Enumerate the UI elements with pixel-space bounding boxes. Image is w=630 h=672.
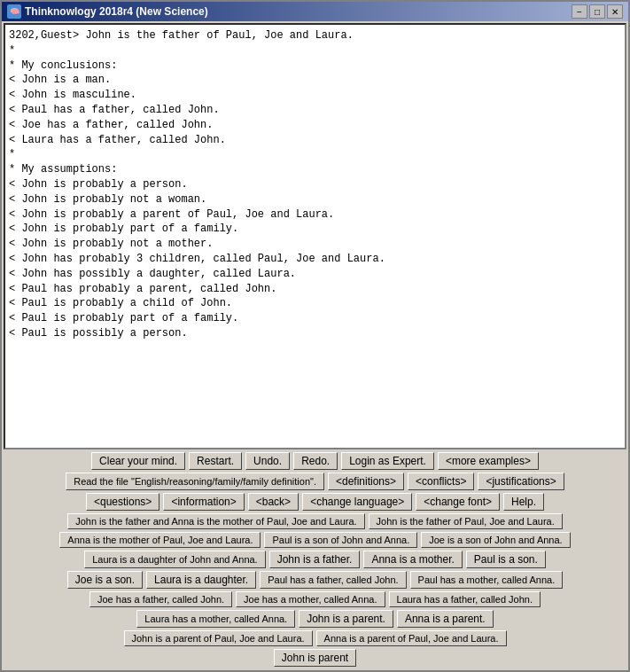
- questions-button[interactable]: <questions>: [86, 493, 159, 511]
- anna-parent-paul-joe-laura-button[interactable]: Anna is a parent of Paul, Joe and Laura.: [316, 630, 507, 646]
- btn-row-5: Anna is the mother of Paul, Joe and Laur…: [4, 532, 626, 548]
- restart-button[interactable]: Restart.: [189, 452, 242, 470]
- change-font-button[interactable]: <change font>: [416, 493, 500, 511]
- btn-row-3: <questions> <information> <back> <change…: [4, 493, 626, 511]
- maximize-button[interactable]: □: [589, 4, 605, 19]
- btn-row-10: John is a parent of Paul, Joe and Laura.…: [4, 630, 626, 646]
- john-is-parent-button[interactable]: John is parent: [274, 649, 356, 667]
- john-anna-mother-father-button[interactable]: John is the father and Anna is the mothe…: [67, 513, 364, 529]
- paul-mother-anna-button[interactable]: Paul has a mother, called Anna.: [410, 571, 564, 589]
- john-father-button[interactable]: John is a father.: [269, 551, 361, 568]
- read-file-button[interactable]: Read the file "English/reasoning/family/…: [66, 473, 324, 490]
- joe-father-john-button[interactable]: Joe has a father, called John.: [89, 591, 232, 607]
- main-window: 🧠 Thinknowlogy 2018r4 (New Science) − □ …: [0, 0, 630, 672]
- conflicts-button[interactable]: <conflicts>: [408, 473, 474, 490]
- main-text-display[interactable]: 3202,Guest> John is the father of Paul, …: [4, 23, 626, 449]
- btn-row-11: John is parent: [4, 649, 626, 667]
- btn-row-1: Clear your mind. Restart. Undo. Redo. Lo…: [4, 452, 626, 470]
- anna-parent-button[interactable]: Anna is a parent.: [397, 610, 494, 628]
- window-title: Thinknowlogy 2018r4 (New Science): [25, 5, 208, 18]
- laura-daughter-button[interactable]: Laura is a daughter of John and Anna.: [84, 551, 266, 568]
- login-expert-button[interactable]: Login as Expert.: [341, 452, 434, 470]
- information-button[interactable]: <information>: [163, 493, 244, 511]
- laura-daughter-short-button[interactable]: Laura is a daughter.: [146, 571, 256, 589]
- back-button[interactable]: <back>: [248, 493, 299, 511]
- text-area-container: 3202,Guest> John is the father of Paul, …: [4, 23, 626, 449]
- john-parent-button[interactable]: John is a parent.: [299, 610, 393, 628]
- joe-mother-anna-button[interactable]: Joe has a mother, called Anna.: [236, 591, 385, 607]
- more-examples-button[interactable]: <more examples>: [438, 452, 539, 470]
- btn-row-8: Joe has a father, called John. Joe has a…: [4, 591, 626, 607]
- title-bar-left: 🧠 Thinknowlogy 2018r4 (New Science): [7, 4, 208, 19]
- joe-son-button[interactable]: Joe is a son of John and Anna.: [421, 532, 570, 548]
- justifications-button[interactable]: <justifications>: [478, 473, 564, 490]
- change-language-button[interactable]: <change language>: [302, 493, 412, 511]
- btn-row-6: Laura is a daughter of John and Anna. Jo…: [4, 551, 626, 568]
- anna-mother-button[interactable]: Anna is the mother of Paul, Joe and Laur…: [59, 532, 261, 548]
- btn-row-7: Joe is a son. Laura is a daughter. Paul …: [4, 571, 626, 589]
- app-icon: 🧠: [7, 4, 21, 19]
- btn-row-2: Read the file "English/reasoning/family/…: [4, 473, 626, 490]
- title-bar: 🧠 Thinknowlogy 2018r4 (New Science) − □ …: [2, 2, 628, 21]
- laura-mother-anna-button[interactable]: Laura has a mother, called Anna.: [136, 610, 295, 628]
- content-area: 3202,Guest> John is the father of Paul, …: [2, 21, 628, 670]
- paul-son-short-button[interactable]: Paul is a son.: [466, 551, 546, 568]
- paul-son-button[interactable]: Paul is a son of John and Anna.: [264, 532, 417, 548]
- title-bar-buttons: − □ ✕: [572, 4, 623, 19]
- john-parent-paul-joe-laura-button[interactable]: John is a parent of Paul, Joe and Laura.: [124, 630, 313, 646]
- btn-row-4: John is the father and Anna is the mothe…: [4, 513, 626, 529]
- joe-son-short-button[interactable]: Joe is a son.: [67, 571, 143, 589]
- help-button[interactable]: Help.: [503, 493, 544, 511]
- clear-mind-button[interactable]: Clear your mind.: [91, 452, 185, 470]
- buttons-section: Clear your mind. Restart. Undo. Redo. Lo…: [4, 452, 626, 668]
- close-button[interactable]: ✕: [607, 4, 623, 19]
- minimize-button[interactable]: −: [572, 4, 587, 19]
- btn-row-9: Laura has a mother, called Anna. John is…: [4, 610, 626, 628]
- redo-button[interactable]: Redo.: [293, 452, 338, 470]
- definitions-button[interactable]: <definitions>: [328, 473, 404, 490]
- john-father-paul-joe-laura-button[interactable]: John is the father of Paul, Joe and Laur…: [369, 513, 563, 529]
- laura-father-john-button[interactable]: Laura has a father, called John.: [389, 591, 541, 607]
- paul-father-john-button[interactable]: Paul has a father, called John.: [260, 571, 406, 589]
- anna-mother-short-button[interactable]: Anna is a mother.: [363, 551, 462, 568]
- undo-button[interactable]: Undo.: [245, 452, 290, 470]
